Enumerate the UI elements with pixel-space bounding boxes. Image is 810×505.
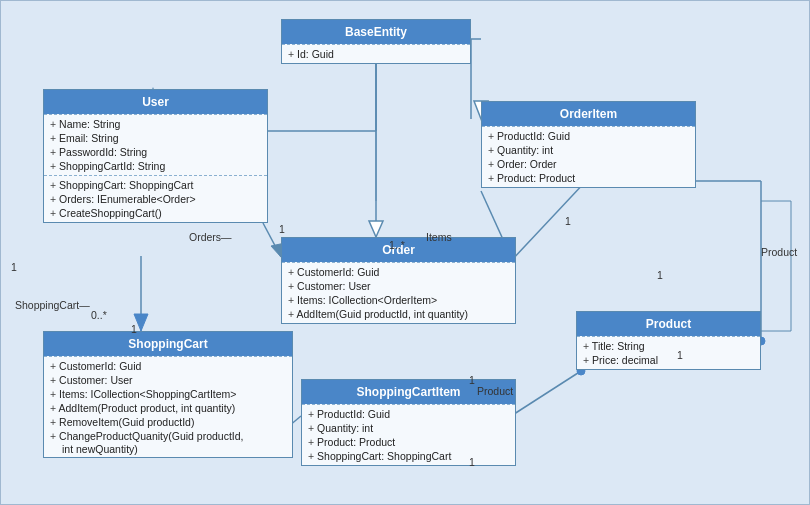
attr-shoppingcartid: ShoppingCartId: String	[50, 159, 261, 173]
class-shoppingcart: ShoppingCart CustomerId: Guid Customer: …	[43, 331, 293, 458]
attr-sc-changeqty2: int newQuantity)	[50, 443, 286, 455]
attr-oi-order: Order: Order	[488, 157, 689, 171]
attr-orders: Orders: IEnumerable<Order>	[50, 192, 261, 206]
attr-sc-items: Items: ICollection<ShoppingCartItem>	[50, 387, 286, 401]
attr-oi-quantity: Quantity: int	[488, 143, 689, 157]
class-order-attrs: CustomerId: Guid Customer: User Items: I…	[282, 262, 515, 323]
label-1-sci-bottom: 1	[469, 456, 475, 468]
attr-customerid: CustomerId: Guid	[288, 265, 509, 279]
label-product-bottom: Product	[477, 385, 513, 397]
class-orderitem-attrs: ProductId: Guid Quantity: int Order: Ord…	[482, 126, 695, 187]
attr-sc-changeqty: ChangeProductQuanity(Guid productId,	[50, 429, 286, 443]
class-product: Product Title: String Price: decimal	[576, 311, 761, 370]
label-1-order: 1	[279, 223, 285, 235]
label-1-product-bot: 1	[677, 349, 683, 361]
class-product-attrs: Title: String Price: decimal	[577, 336, 760, 369]
class-orderitem-header: OrderItem	[482, 102, 695, 126]
attr-email: Email: String	[50, 131, 261, 145]
label-product-right: Product	[761, 246, 797, 258]
attr-sci-shoppingcart: ShoppingCart: ShoppingCart	[308, 449, 509, 463]
attr-oi-productid: ProductId: Guid	[488, 129, 689, 143]
class-user: User Name: String Email: String Password…	[43, 89, 268, 223]
diagram-container: BaseEntity Id: Guid User Name: String Em…	[0, 0, 810, 505]
attr-sc-additem: AddItem(Product product, int quantity)	[50, 401, 286, 415]
label-0star: 0..*	[91, 309, 107, 321]
class-baseentity: BaseEntity Id: Guid	[281, 19, 471, 64]
attr-sc-customer: Customer: User	[50, 373, 286, 387]
attr-name: Name: String	[50, 117, 261, 131]
class-user-attrs: Name: String Email: String PasswordId: S…	[44, 114, 267, 175]
class-orderitem: OrderItem ProductId: Guid Quantity: int …	[481, 101, 696, 188]
attr-sc-customerid: CustomerId: Guid	[50, 359, 286, 373]
attr-price: Price: decimal	[583, 353, 754, 367]
svg-line-21	[511, 371, 581, 416]
class-user-header: User	[44, 90, 267, 114]
label-1-left: 1	[11, 261, 17, 273]
attr-oi-product: Product: Product	[488, 171, 689, 185]
attr-shoppingcart: ShoppingCart: ShoppingCart	[50, 178, 261, 192]
attr-createshoppingcart: CreateShoppingCart()	[50, 206, 261, 220]
attr-title: Title: String	[583, 339, 754, 353]
class-baseentity-attrs: Id: Guid	[282, 44, 470, 63]
label-1-sci-product: 1	[469, 374, 475, 386]
label-items: Items	[426, 231, 452, 243]
attr-sci-quantity: Quantity: int	[308, 421, 509, 435]
svg-marker-5	[369, 221, 383, 237]
label-shoppingcart: ShoppingCart—	[15, 299, 90, 311]
label-1-orderitem-product: 1	[565, 215, 571, 227]
attr-sc-removeitem: RemoveItem(Guid productId)	[50, 415, 286, 429]
label-orders: Orders—	[189, 231, 232, 243]
class-user-methods: ShoppingCart: ShoppingCart Orders: IEnum…	[44, 175, 267, 222]
attr-items: Items: ICollection<OrderItem>	[288, 293, 509, 307]
class-product-header: Product	[577, 312, 760, 336]
attr-customer: Customer: User	[288, 279, 509, 293]
class-shoppingcart-attrs: CustomerId: Guid Customer: User Items: I…	[44, 356, 292, 457]
attr-additem: AddItem(Guid productId, int quantity)	[288, 307, 509, 321]
label-1-sc: 1	[131, 323, 137, 335]
attr-passwordid: PasswordId: String	[50, 145, 261, 159]
attr-id-guid: Id: Guid	[288, 47, 464, 61]
class-shoppingcartitem-attrs: ProductId: Guid Quantity: int Product: P…	[302, 404, 515, 465]
attr-sci-productid: ProductId: Guid	[308, 407, 509, 421]
class-baseentity-header: BaseEntity	[282, 20, 470, 44]
label-1star: 1..*	[389, 239, 405, 251]
class-shoppingcart-header: ShoppingCart	[44, 332, 292, 356]
label-1-product-top: 1	[657, 269, 663, 281]
svg-line-14	[511, 181, 586, 261]
attr-sci-product: Product: Product	[308, 435, 509, 449]
